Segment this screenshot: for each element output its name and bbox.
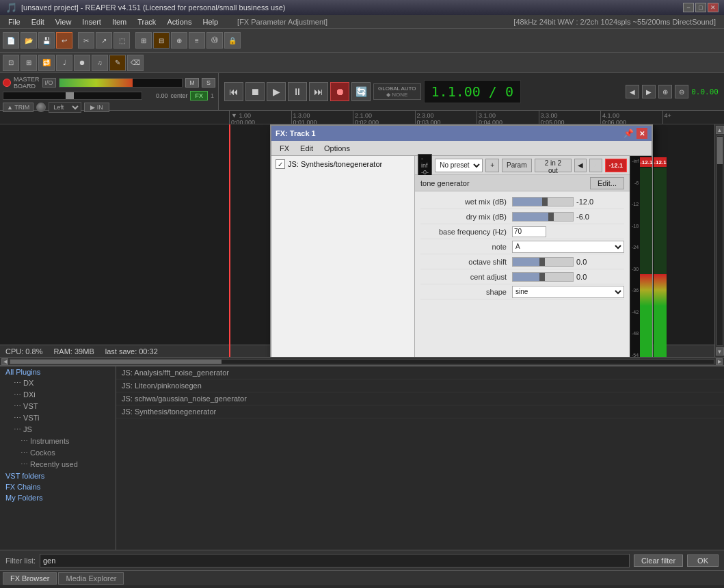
scroll-right-btn[interactable]: ▶ [642,85,656,98]
stop-btn[interactable]: ⏹ [245,82,265,101]
close-button[interactable]: ✕ [708,3,719,12]
tool4[interactable]: ≡ [189,32,205,49]
midi-btn[interactable]: ♫ [92,55,108,71]
master-solo-btn[interactable]: S [202,78,215,88]
zoom-btn[interactable]: ⊕ [658,85,672,98]
undo-btn[interactable]: ↩ [56,32,72,49]
trim-btn[interactable]: ▲ TRIM [3,103,33,112]
left-select[interactable]: Left Right [49,102,81,113]
tool5[interactable]: Ⓜ [206,32,223,49]
maximize-button[interactable]: □ [695,3,706,12]
arrow-prev-btn[interactable]: ◀ [574,159,587,172]
preset-select[interactable]: No preset [435,159,483,172]
category-js[interactable]: ⋯ JS [0,424,116,436]
plugin-item-3[interactable]: JS: Synthesis/tonegenerator [116,405,724,418]
pause-btn[interactable]: ⏸ [288,82,307,101]
menu-file[interactable]: File [3,16,26,27]
hscroll-left-btn[interactable]: ◀ [1,358,8,365]
eraser-btn[interactable]: ⌫ [127,55,144,71]
fx-plugin-check-0[interactable]: ✓ [276,159,285,169]
cut-btn[interactable]: ✂ [78,32,94,49]
open-btn[interactable]: 📂 [21,32,37,49]
master-fx-btn[interactable]: FX [190,91,208,101]
tab-media-explorer[interactable]: Media Explorer [58,572,124,585]
preset-add-btn[interactable]: + [485,159,499,172]
param-select-shape[interactable]: sinesquaretrianglesawtooth [512,286,624,298]
tool3[interactable]: ⊕ [171,32,187,49]
plugin-item-2[interactable]: JS: schwa/gaussian_noise_generator [116,392,724,405]
tab-fx-browser[interactable]: FX Browser [3,572,57,585]
category-vst[interactable]: ⋯ VST [0,401,116,412]
play-btn[interactable]: ▶ [267,82,286,101]
param-input-base-freq[interactable] [512,226,546,237]
plugin-item-0[interactable]: JS: Analysis/fft_noise_generator [116,366,724,379]
scroll-left-btn[interactable]: ◀ [626,85,639,98]
menu-insert[interactable]: Insert [77,16,107,27]
category-instruments[interactable]: ⋯ Instruments [0,436,116,447]
click-btn[interactable]: ⏺ [74,55,90,71]
param-slider-cent[interactable] [512,272,574,282]
fx-pin-btn[interactable]: 📌 [623,128,634,139]
hscroll-right-btn[interactable]: ▶ [716,358,723,365]
in-btn[interactable]: ▶ IN [84,103,109,112]
io-btn[interactable]: 2 in 2 out [535,159,572,172]
menu-edit[interactable]: Edit [26,16,50,27]
tool2[interactable]: ⊟ [153,32,170,49]
record-btn[interactable]: ⏺ [330,82,349,101]
category-vsti[interactable]: ⋯ VSTi [0,412,116,424]
category-recently-used[interactable]: ⋯ Recently used [0,459,116,470]
param-slider-dry-mix[interactable] [512,212,574,222]
clear-filter-btn[interactable]: Clear filter [634,554,683,567]
minimize-button[interactable]: − [683,3,694,12]
tool1[interactable]: ⊞ [135,32,152,49]
repeat-btn[interactable]: 🔄 [351,82,371,101]
fx-tab-options[interactable]: Options [319,143,356,154]
hscroll-thumb[interactable] [10,360,222,364]
plugin-item-1[interactable]: JS: Liteon/pinknoisegen [116,379,724,392]
param-slider-wet-mix[interactable] [512,197,574,206]
category-cockos[interactable]: ⋯ Cockos [0,447,116,459]
category-fx-chains[interactable]: FX Chains [0,481,116,492]
fx-close-btn[interactable]: ✕ [636,128,647,139]
menu-view[interactable]: View [50,16,77,27]
menu-item[interactable]: Item [107,16,132,27]
menu-help[interactable]: Help [197,16,224,27]
master-io-btn[interactable]: I/O [42,78,56,88]
param-select-note[interactable]: AA#BC C#DD#E FF#GG# [512,241,624,253]
pencil-btn[interactable]: ✎ [109,55,126,71]
tool6[interactable]: 🔒 [224,32,241,49]
metronome-btn[interactable]: ♩ [56,55,72,71]
ok-btn[interactable]: OK [687,554,719,567]
loop-btn[interactable]: 🔁 [38,55,55,71]
scroll-thumb[interactable] [717,137,723,164]
master-vol-slider[interactable] [3,92,142,100]
grid-btn[interactable]: ⊞ [21,55,37,71]
menu-track[interactable]: Track [132,16,161,27]
bypass-check[interactable]: ✓ [589,159,602,172]
scroll-up-btn[interactable]: ▲ [716,126,724,134]
new-btn[interactable]: 📄 [3,32,19,49]
master-mute-btn[interactable]: M [185,78,199,88]
zoom-out-btn[interactable]: ⊖ [675,85,688,98]
filter-input[interactable] [40,554,630,567]
fx-tab-edit[interactable]: Edit [295,143,319,154]
go-end-btn[interactable]: ⏭ [309,82,328,101]
go-start-btn[interactable]: ⏮ [224,82,243,101]
menu-actions[interactable]: Actions [161,16,197,27]
fx-plugin-item-0[interactable]: ✓ JS: Synthesis/tonegenerator [273,157,413,171]
trim-knob[interactable] [36,103,46,112]
select-btn[interactable]: ⬚ [113,32,130,49]
edit-plugin-btn[interactable]: Edit... [590,177,624,189]
category-vst-folders[interactable]: VST folders [0,470,116,481]
fx-tab-fx[interactable]: FX [274,143,295,154]
category-dx[interactable]: ⋯ DX [0,377,116,389]
category-all-plugins[interactable]: All Plugins [0,366,116,377]
arrow-btn[interactable]: ↗ [96,32,112,49]
param-slider-octave[interactable] [512,257,574,267]
category-my-folders[interactable]: My Folders [0,492,116,503]
category-dxi[interactable]: ⋯ DXi [0,389,116,401]
save-btn[interactable]: 💾 [38,32,55,49]
param-btn[interactable]: Param [502,159,531,172]
scroll-down-btn[interactable]: ▼ [716,347,724,356]
snap-btn[interactable]: ⊡ [3,55,19,71]
